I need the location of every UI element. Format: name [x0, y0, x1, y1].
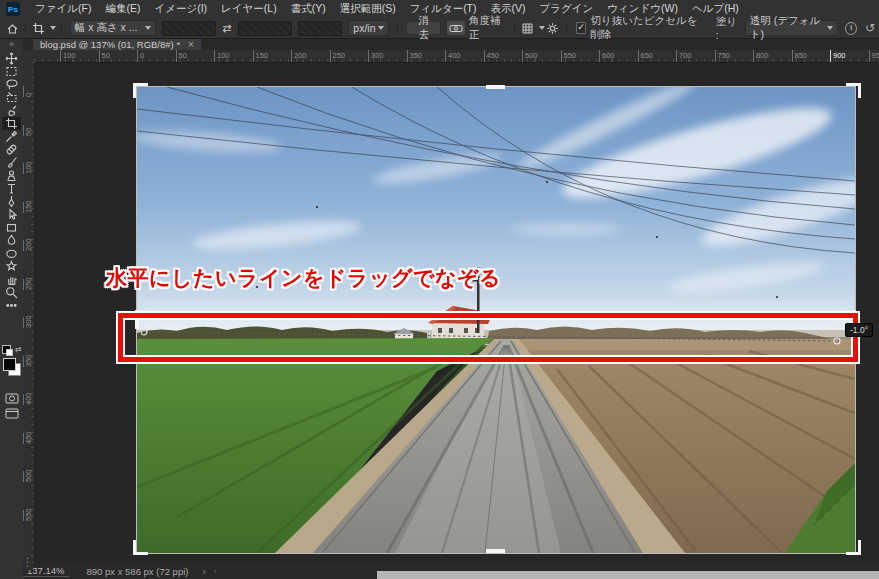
crop-handle-bottom-left[interactable] — [133, 540, 148, 555]
swap-dimensions-icon[interactable]: ⇄ — [219, 20, 235, 36]
toolbar-tools — [0, 52, 23, 312]
document-tab[interactable]: blog.psd @ 137% (01, RGB/8#) * × — [33, 38, 201, 50]
crop-handle-bottom-middle[interactable] — [486, 549, 505, 553]
crop-resolution-field[interactable] — [298, 21, 343, 36]
status-popup-arrow-icon[interactable]: › — [202, 566, 205, 577]
pen-tool[interactable] — [2, 195, 21, 208]
vruler-label: 200 — [23, 240, 33, 251]
hruler-label: 450 — [484, 50, 500, 62]
vruler-label: 550 — [23, 510, 33, 521]
menu-item-3[interactable]: レイヤー(L) — [214, 0, 284, 18]
chevron-down-icon — [378, 26, 384, 30]
crop-options-gear-icon[interactable] — [545, 20, 561, 36]
menu-item-5[interactable]: 選択範囲(S) — [333, 0, 403, 18]
overlay-options-icon[interactable] — [520, 20, 536, 36]
annotation-text: 水平にしたいラインをドラッグでなぞる — [106, 264, 501, 292]
screen-mode-button[interactable] — [0, 408, 23, 419]
color-swatch-area: ⇄ — [2, 345, 22, 391]
fill-label: 塗り : — [716, 15, 740, 41]
callout-rectangle — [118, 313, 858, 362]
hruler-label: 50 — [176, 50, 187, 62]
options-bar: 幅 x 高さ x ... ⇄ px/in 消去 角度補正 ✓ 切り抜いたピクセル… — [0, 18, 879, 39]
blur-tool[interactable] — [2, 234, 21, 247]
hruler-label: 100 — [60, 50, 76, 62]
path-selection-tool[interactable] — [2, 208, 21, 221]
zoom-tool[interactable] — [2, 286, 21, 299]
crop-handle-bottom-right[interactable] — [846, 540, 861, 555]
fill-dropdown[interactable]: 透明 (デフォルト) — [745, 20, 838, 36]
clone-stamp-tool[interactable] — [2, 169, 21, 182]
menu-item-4[interactable]: 書式(Y) — [284, 0, 333, 18]
hruler-label: 750 — [715, 50, 731, 62]
hruler-label: 50 — [99, 50, 110, 62]
vertical-ruler: 050100150200250300350400450500550 — [23, 62, 35, 563]
resolution-unit-value: px/in — [353, 22, 375, 34]
crop-handle-top-middle[interactable] — [486, 85, 505, 89]
healing-brush-tool[interactable] — [2, 143, 21, 156]
hruler-label: 550 — [561, 50, 577, 62]
hruler-label: 500 — [522, 50, 538, 62]
vruler-label: 250 — [23, 279, 33, 290]
quick-mask-button[interactable] — [0, 393, 23, 404]
vruler-label: 350 — [23, 356, 33, 367]
hand-tool[interactable] — [2, 273, 21, 286]
crop-tool-icon[interactable] — [31, 20, 47, 36]
checkbox-check-icon: ✓ — [576, 22, 587, 34]
ellipse-tool[interactable] — [2, 247, 21, 260]
photoshop-window: { "app": { "logo": "Ps" }, "menu_bar": {… — [0, 0, 879, 579]
menu-item-1[interactable]: 編集(E) — [98, 0, 147, 18]
hruler-label: 0 — [137, 50, 144, 62]
vruler-label: 100 — [23, 163, 33, 174]
home-icon[interactable] — [4, 20, 20, 36]
reset-icon[interactable]: ↺ — [865, 21, 875, 35]
type-tool[interactable] — [2, 182, 21, 195]
hruler-label: 800 — [753, 50, 769, 62]
default-colors-icon[interactable] — [2, 345, 11, 354]
vruler-label: 500 — [23, 471, 33, 482]
crop-handle-top-left[interactable] — [133, 83, 148, 98]
straighten-button[interactable]: 角度補正 — [447, 14, 506, 42]
vruler-label: 50 — [23, 125, 33, 136]
info-icon[interactable]: i — [845, 22, 857, 35]
chevron-down-icon — [827, 26, 833, 30]
scrollbar-corner[interactable]: ••• — [23, 556, 32, 570]
crop-preset-dropdown[interactable]: 幅 x 高さ x ... — [70, 20, 157, 36]
hruler-label: 850 — [792, 50, 808, 62]
vruler-label: 150 — [23, 202, 33, 213]
status-secondary-arrow-icon[interactable]: ‹ — [214, 566, 217, 576]
eyedropper-tool[interactable] — [2, 130, 21, 143]
quick-selection-tool[interactable] — [2, 104, 21, 117]
clear-button[interactable]: 消去 — [406, 21, 441, 35]
hruler-label: 400 — [445, 50, 461, 62]
delete-cropped-pixels-checkbox[interactable]: ✓ 切り抜いたピクセルを削除 — [576, 14, 704, 42]
crop-width-field[interactable] — [162, 21, 216, 36]
hruler-label: 150 — [253, 50, 269, 62]
straighten-label: 角度補正 — [469, 14, 506, 42]
menu-item-2[interactable]: イメージ(I) — [147, 0, 214, 18]
toolbar-collapse-icon[interactable]: » — [0, 39, 23, 49]
crop-tool-active[interactable] — [2, 117, 21, 130]
brush-tool[interactable] — [2, 156, 21, 169]
close-icon[interactable]: × — [188, 39, 194, 50]
vruler-label: 300 — [23, 317, 33, 328]
swap-colors-icon[interactable]: ⇄ — [15, 345, 22, 354]
crop-height-field[interactable] — [238, 21, 292, 36]
photoshop-logo: Ps — [6, 2, 20, 16]
marquee-tool[interactable] — [2, 65, 21, 78]
move-tool[interactable] — [2, 52, 21, 65]
lasso-tool[interactable] — [2, 78, 21, 91]
object-selection-tool[interactable] — [2, 91, 21, 104]
rectangle-tool[interactable] — [2, 221, 21, 234]
hruler-label: 100 — [214, 50, 230, 62]
edit-toolbar[interactable] — [2, 299, 21, 312]
chevron-down-icon[interactable] — [50, 26, 56, 30]
resolution-unit-dropdown[interactable]: px/in — [348, 20, 389, 36]
custom-shape-tool[interactable] — [2, 260, 21, 273]
hruler-label: 250 — [330, 50, 346, 62]
crop-handle-top-right[interactable] — [846, 83, 861, 98]
foreground-color-swatch[interactable] — [3, 358, 16, 371]
document-size-info: 890 px x 586 px (72 ppi) — [87, 566, 189, 577]
hruler-label: 200 — [291, 50, 307, 62]
straighten-level-icon — [447, 21, 465, 35]
menu-item-0[interactable]: ファイル(F) — [28, 0, 98, 18]
